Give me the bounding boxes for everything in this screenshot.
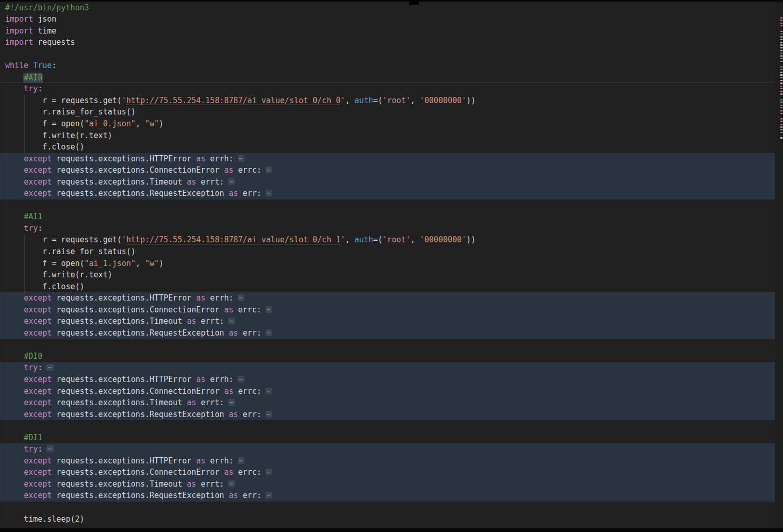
code-line: import requests: [0, 37, 775, 48]
code-token: except: [24, 456, 52, 466]
minimap-line-mark: [780, 82, 782, 84]
minimap-line-mark: [780, 44, 782, 46]
code-editor[interactable]: #!/usr/bin/python3import jsonimport time…: [0, 0, 783, 532]
code-token: [28, 61, 33, 70]
code-line: r.raise_for_status(): [0, 246, 775, 258]
minimap-line-mark: [780, 66, 782, 68]
code-line: try:⋯: [0, 443, 775, 455]
code-line: f.close(): [0, 281, 775, 293]
minimap[interactable]: [775, 2, 783, 528]
folded-code-ellipsis-icon[interactable]: ⋯: [266, 469, 273, 475]
folded-code-ellipsis-icon[interactable]: ⋯: [238, 376, 245, 383]
minimap-line-mark: [780, 88, 782, 90]
code-token: as: [196, 293, 205, 303]
minimap-line-mark: [780, 39, 782, 40]
code-token: )): [466, 235, 476, 244]
code-token: errt:: [196, 177, 224, 187]
folded-code-ellipsis-icon[interactable]: ⋯: [238, 155, 245, 162]
code-line: except requests.exceptions.RequestExcept…: [0, 409, 775, 421]
minimap-line-mark: [780, 55, 782, 57]
code-line: try:: [0, 223, 775, 235]
code-token: except: [24, 317, 52, 326]
folded-code-ellipsis-icon[interactable]: ⋯: [46, 364, 54, 371]
code-token: open: [61, 259, 79, 268]
code-token: [5, 212, 24, 221]
folded-code-ellipsis-icon[interactable]: ⋯: [266, 167, 273, 173]
code-token: [5, 352, 24, 361]
code-line: [0, 502, 775, 513]
minimap-line-mark: [780, 36, 782, 38]
folded-code-ellipsis-icon[interactable]: ⋯: [228, 399, 235, 406]
code-token: errt:: [196, 398, 224, 407]
code-line: #AI0: [0, 72, 775, 84]
code-token: :: [52, 61, 56, 70]
minimap-line-mark: [780, 31, 782, 32]
code-line: except requests.exceptions.Timeout as er…: [0, 176, 775, 188]
code-token: [5, 444, 24, 454]
code-line: except requests.exceptions.ConnectionErr…: [0, 164, 775, 176]
code-token: [5, 387, 24, 396]
minimap-line-mark: [780, 93, 782, 95]
code-token: [5, 317, 24, 326]
code-token: requests.exceptions.ConnectionError: [52, 387, 224, 396]
code-token: [5, 305, 24, 314]
code-line: except requests.exceptions.ConnectionErr…: [0, 304, 775, 316]
code-token: f =: [5, 119, 61, 128]
code-token: requests.exceptions.RequestException: [52, 328, 229, 338]
code-line: except requests.exceptions.HTTPError as …: [0, 153, 775, 165]
minimap-line-mark: [780, 107, 782, 109]
code-token: except: [24, 410, 52, 419]
folded-code-ellipsis-icon[interactable]: ⋯: [228, 480, 235, 487]
code-token: requests.exceptions.HTTPError: [52, 154, 196, 163]
code-token: time: [33, 26, 56, 36]
folded-code-ellipsis-icon[interactable]: ⋯: [238, 294, 245, 301]
code-token: (: [80, 119, 85, 128]
minimap-line-mark: [780, 53, 782, 54]
code-token: ': [340, 96, 345, 105]
folded-code-ellipsis-icon[interactable]: ⋯: [266, 329, 273, 336]
code-token: try: [24, 363, 38, 372]
code-token: "w": [145, 119, 159, 128]
minimap-line-mark: [780, 110, 782, 111]
minimap-line-mark: [780, 99, 782, 101]
folded-code-ellipsis-icon[interactable]: ⋯: [266, 190, 273, 196]
folded-code-ellipsis-icon[interactable]: ⋯: [266, 388, 273, 394]
code-token: requests.exceptions.Timeout: [52, 177, 187, 187]
url-link[interactable]: http://75.55.254.158:8787/ai_value/slot_…: [126, 235, 340, 244]
code-token: except: [24, 305, 52, 314]
code-token: #!/usr/bin/python3: [5, 3, 89, 12]
folded-code-ellipsis-icon[interactable]: ⋯: [228, 318, 235, 324]
code-token: requests.exceptions.ConnectionError: [52, 165, 224, 175]
code-token: [5, 73, 24, 82]
code-token: [5, 398, 24, 407]
code-token: errc:: [234, 305, 262, 314]
folded-code-ellipsis-icon[interactable]: ⋯: [228, 178, 235, 185]
code-token: errh:: [205, 456, 233, 466]
code-token: #AI1: [24, 212, 42, 221]
top-edge-notch: [409, 0, 419, 5]
minimap-line-mark: [780, 118, 782, 120]
code-token: errh:: [205, 293, 233, 303]
code-token: except: [24, 387, 52, 396]
url-link[interactable]: http://75.55.254.158:8787/ai_value/slot_…: [126, 96, 340, 105]
folded-code-ellipsis-icon[interactable]: ⋯: [266, 306, 273, 313]
code-line: try:: [0, 83, 775, 95]
folded-code-ellipsis-icon[interactable]: ⋯: [266, 411, 273, 418]
code-token: as: [224, 387, 233, 396]
code-token: err:: [238, 410, 262, 419]
folded-code-ellipsis-icon[interactable]: ⋯: [238, 457, 245, 464]
minimap-line-mark: [780, 126, 782, 128]
folded-code-ellipsis-icon[interactable]: ⋯: [266, 492, 273, 498]
code-token: =(: [373, 96, 382, 105]
code-token: try: [24, 84, 38, 93]
code-line: except requests.exceptions.HTTPError as …: [0, 455, 775, 467]
code-token: requests.exceptions.RequestException: [52, 189, 229, 198]
code-line: [0, 48, 775, 60]
minimap-line-mark: [780, 25, 782, 27]
code-token: ): [80, 514, 85, 524]
code-line: time.sleep(2): [0, 513, 775, 525]
folded-code-ellipsis-icon[interactable]: ⋯: [46, 445, 54, 452]
code-token: errc:: [234, 387, 262, 396]
code-token: as: [224, 305, 233, 314]
code-token: [5, 410, 24, 419]
